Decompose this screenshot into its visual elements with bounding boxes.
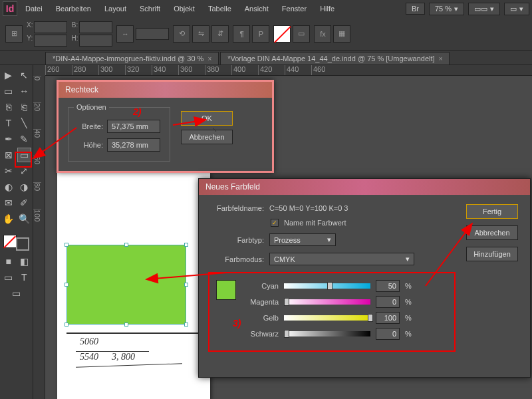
hand-tool[interactable]: ✋ <box>1 211 16 226</box>
swatch-name-label: Farbfeldname: <box>208 204 264 212</box>
scale-x-field[interactable] <box>136 28 169 40</box>
document-tab[interactable]: *Vorlage DIN A4-Mappe 14_44_de.indd @ 75… <box>220 52 450 65</box>
view-mode[interactable]: ▭ <box>1 286 31 301</box>
type-tool[interactable]: T <box>1 116 16 130</box>
chevron-down-icon: ▾ <box>490 5 494 13</box>
dialog-title: Rechteck <box>59 82 272 98</box>
menu-item[interactable]: Bearbeiten <box>49 2 98 15</box>
scale-x-icon[interactable]: ↔ <box>116 25 134 43</box>
eyedropper-tool[interactable]: ✐ <box>17 196 32 210</box>
y-field[interactable] <box>34 35 67 47</box>
transform-tool[interactable]: ⤢ <box>17 164 32 178</box>
name-with-value-checkbox[interactable]: ✓ <box>271 219 279 227</box>
color-mode-select[interactable]: CMYK▾ <box>269 253 414 265</box>
close-icon[interactable]: × <box>207 55 211 63</box>
content-placer-tool[interactable]: ⎗ <box>17 100 32 114</box>
gap-tool[interactable]: ↔ <box>17 84 32 98</box>
cyan-slider[interactable] <box>284 283 370 289</box>
paragraph-icon[interactable]: ¶ <box>233 25 250 43</box>
color-mode-label: Farbmodus: <box>208 255 264 263</box>
pencil-tool[interactable]: ✎ <box>17 132 32 146</box>
formatting-text[interactable]: T <box>17 270 32 285</box>
rotate-icon[interactable]: ⟲ <box>173 25 190 43</box>
selection-tool[interactable]: ▶ <box>1 68 16 82</box>
chevron-down-icon: ▾ <box>327 235 331 244</box>
color-type-select[interactable]: Prozess▾ <box>269 233 336 246</box>
page-tool[interactable]: ▭ <box>1 84 16 98</box>
yellow-value[interactable] <box>376 312 400 324</box>
gradient-feather-tool[interactable]: ◑ <box>17 180 32 194</box>
menubar: Id DateiBearbeitenLayoutSchriftObjektTab… <box>0 0 532 17</box>
menu-item[interactable]: Datei <box>19 2 49 15</box>
frame-tool[interactable]: ⊠ <box>1 148 16 162</box>
width-input[interactable] <box>107 120 160 133</box>
fill-swatch[interactable] <box>273 25 291 43</box>
width-label: Breite: <box>78 122 103 130</box>
menu-item[interactable]: Ansicht <box>238 2 275 15</box>
menu-item[interactable]: Tabelle <box>201 2 238 15</box>
rectangle-object[interactable] <box>66 245 186 325</box>
chevron-down-icon: ▾ <box>454 5 458 13</box>
done-button[interactable]: Fertig <box>466 204 518 219</box>
black-value[interactable] <box>376 328 400 340</box>
screen-mode-select[interactable]: ▭ ▾ <box>504 3 529 15</box>
cyan-value[interactable] <box>376 280 400 292</box>
text-icon[interactable]: P <box>252 25 269 43</box>
w-field[interactable] <box>79 21 112 33</box>
pen-tool[interactable]: ✒ <box>1 132 16 146</box>
magenta-slider[interactable] <box>284 299 370 305</box>
content-collector-tool[interactable]: ⎘ <box>1 100 16 114</box>
dialog-title: Neues Farbfeld <box>199 179 530 195</box>
control-panel: ⊞ X: Y: B: H: ↔ ⟲ ⇋ ⇵ ¶ P ▭ fx ▦ <box>0 17 532 51</box>
cancel-button[interactable]: Abbrechen <box>466 225 518 240</box>
flip-h-icon[interactable]: ⇋ <box>192 25 209 43</box>
close-icon[interactable]: × <box>439 55 443 63</box>
height-label: Höhe: <box>78 141 103 149</box>
menu-item[interactable]: Schrift <box>133 2 167 15</box>
chevron-down-icon: ▾ <box>519 5 523 13</box>
menu-item[interactable]: Hilfe <box>313 2 341 15</box>
wrap-icon[interactable]: ▦ <box>333 25 350 43</box>
formatting-container[interactable]: ▭ <box>1 270 16 285</box>
apply-color[interactable]: ■ <box>1 254 16 269</box>
menu-item[interactable]: Layout <box>98 2 133 15</box>
zoom-tool[interactable]: 🔍 <box>17 211 32 226</box>
menu-item[interactable]: Objekt <box>167 2 201 15</box>
bridge-button[interactable]: Br <box>406 3 425 15</box>
reference-point-icon[interactable]: ⊞ <box>5 25 23 43</box>
flip-v-icon[interactable]: ⇵ <box>211 25 229 43</box>
stroke-swatch[interactable]: ▭ <box>293 25 310 43</box>
ok-button[interactable]: OK <box>181 111 233 126</box>
direct-selection-tool[interactable]: ↖ <box>17 68 32 82</box>
toolbox: ▶↖ ▭↔ ⎘⎗ T╲ ✒✎ ⊠▭ ✂⤢ ◐◑ ✉✐ ✋🔍 ■◧ ▭T ▭ <box>0 65 33 399</box>
document-tabs: *DIN-A4-Mappe-immogruen-fiktiv.indd @ 30… <box>0 51 532 65</box>
yellow-slider[interactable] <box>284 315 370 321</box>
rectangle-tool[interactable]: ▭ <box>17 148 32 162</box>
rectangle-dialog: Rechteck Optionen Breite: Höhe: OK Abbre… <box>57 80 274 173</box>
color-preview <box>216 280 236 300</box>
document-tab[interactable]: *DIN-A4-Mappe-immogruen-fiktiv.indd @ 30… <box>45 52 219 65</box>
h-field[interactable] <box>79 35 112 47</box>
x-field[interactable] <box>34 21 67 33</box>
apply-gradient[interactable]: ◧ <box>17 254 32 269</box>
menu-item[interactable]: Fenster <box>275 2 313 15</box>
cancel-button[interactable]: Abbrechen <box>181 130 233 144</box>
view-mode-select[interactable]: ▭▭ ▾ <box>468 3 500 15</box>
checkbox-label: Name mit Farbwert <box>284 219 346 227</box>
add-button[interactable]: Hinzufügen <box>466 247 518 261</box>
annotation-step3: 3) <box>233 318 241 329</box>
height-input[interactable] <box>107 138 160 152</box>
fill-stroke-swatch[interactable] <box>1 233 31 253</box>
magenta-value[interactable] <box>376 296 400 308</box>
line-tool[interactable]: ╲ <box>17 116 32 130</box>
fieldset-legend: Optionen <box>74 103 109 111</box>
swatch-name-value: C=50 M=0 Y=100 K=0 3 <box>269 204 348 212</box>
black-slider[interactable] <box>284 331 370 336</box>
scissors-tool[interactable]: ✂ <box>1 164 16 178</box>
note-tool[interactable]: ✉ <box>1 196 16 210</box>
ruler-vertical: 020406080100 <box>33 76 45 399</box>
app-icon: Id <box>3 1 17 16</box>
zoom-select[interactable]: 75 % ▾ <box>429 3 464 15</box>
effects-icon[interactable]: fx <box>314 25 331 43</box>
gradient-swatch-tool[interactable]: ◐ <box>1 180 16 194</box>
